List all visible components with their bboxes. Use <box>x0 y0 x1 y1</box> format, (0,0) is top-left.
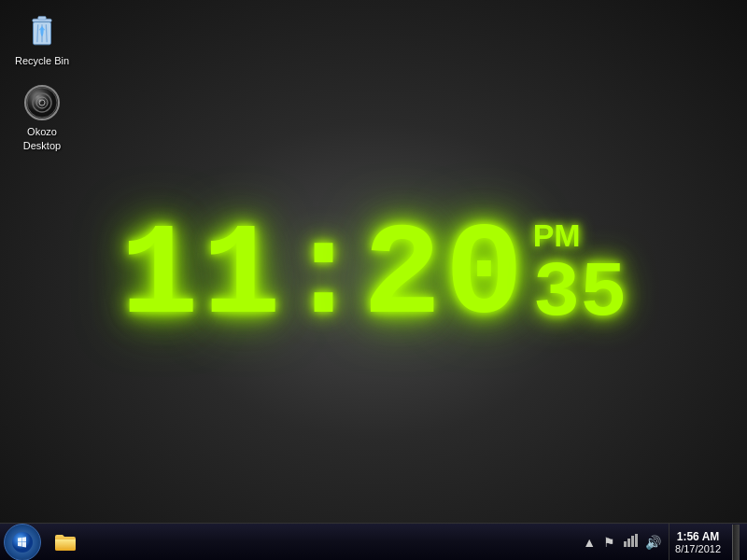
clock-minutes: 20 <box>363 212 528 343</box>
recycle-bin-icon <box>23 13 61 50</box>
clock-seconds: 35 <box>533 255 627 333</box>
taskbar: ▲ ⚑ 🔊 1:56 AM 8/17/2012 <box>0 523 747 560</box>
clock-secondary: PM 35 <box>533 212 627 333</box>
start-button[interactable] <box>4 524 41 561</box>
clock-colon: : <box>285 212 363 343</box>
svg-point-10 <box>39 100 42 103</box>
windows-explorer-taskbar-button[interactable] <box>49 525 82 559</box>
okozo-desktop-icon-item[interactable]: Okozo Desktop <box>9 80 75 156</box>
taskbar-left <box>0 524 84 561</box>
taskbar-right: ▲ ⚑ 🔊 1:56 AM 8/17/2012 <box>581 524 747 560</box>
desktop-icons: Recycle Bin <box>9 9 75 156</box>
tray-network-icon[interactable] <box>621 531 640 553</box>
svg-rect-12 <box>624 541 627 547</box>
tray-volume-icon[interactable]: 🔊 <box>643 533 663 552</box>
tray-expand-icon[interactable]: ▲ <box>581 533 598 552</box>
system-tray: ▲ ⚑ 🔊 <box>581 531 663 553</box>
clock-ampm: PM <box>533 219 581 251</box>
okozo-icon <box>23 84 61 121</box>
tray-time: 1:56 AM <box>677 530 720 543</box>
okozo-label-line2: Desktop <box>23 139 61 152</box>
recycle-bin-label: Recycle Bin <box>15 54 69 67</box>
okozo-label-line1: Okozo <box>27 125 57 138</box>
recycle-bin-icon-item[interactable]: Recycle Bin <box>9 9 75 71</box>
clock-hours: 11 <box>120 212 285 343</box>
desktop: Recycle Bin <box>0 0 747 560</box>
svg-rect-13 <box>627 539 630 547</box>
tray-flag-icon[interactable]: ⚑ <box>601 533 617 552</box>
svg-rect-14 <box>631 536 634 547</box>
taskbar-clock[interactable]: 1:56 AM 8/17/2012 <box>669 524 726 560</box>
show-desktop-button[interactable] <box>732 525 740 560</box>
tray-date: 8/17/2012 <box>675 543 721 554</box>
svg-line-5 <box>46 24 47 42</box>
digital-clock: 11 : 20 PM 35 <box>120 212 627 343</box>
svg-rect-15 <box>635 534 638 547</box>
svg-line-3 <box>37 24 38 42</box>
svg-rect-1 <box>38 17 47 20</box>
